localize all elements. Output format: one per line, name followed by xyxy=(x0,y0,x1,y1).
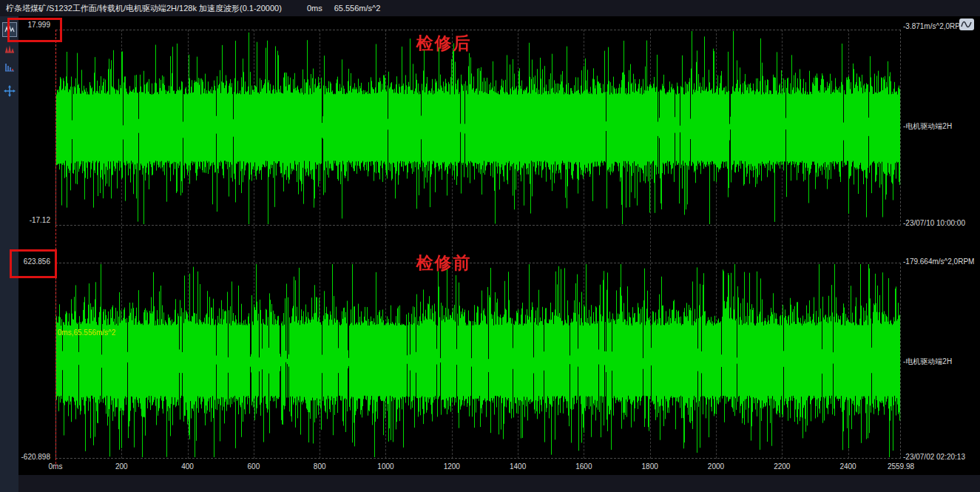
highlight-box-after-scale xyxy=(7,18,62,42)
waveform-canvas-after xyxy=(56,30,900,225)
spectrum-blue-icon xyxy=(4,61,15,72)
spectrum-blue-button[interactable] xyxy=(2,59,17,74)
x-axis-tick-label: 400 xyxy=(181,462,194,471)
waveform-canvas-before xyxy=(56,263,900,458)
page-title: 柠条塔煤矿/S1232工作面/转载机/电机驱动端2H/128k 加速度波形(0.… xyxy=(6,3,282,14)
x-axis-tick-label: 2400 xyxy=(839,462,856,471)
right-value-after: -3.871m/s^2,0RPM xyxy=(903,22,966,30)
title-bar: 柠条塔煤矿/S1232工作面/转载机/电机驱动端2H/128k 加速度波形(0.… xyxy=(0,0,980,16)
x-axis-tick-label: 2559.98 xyxy=(888,462,914,471)
sine-wave-icon xyxy=(961,20,973,29)
right-channel-before: -电机驱动端2H xyxy=(903,357,952,367)
chart-area: 17.999 -17.12 623.856 -620.898 -3.871m/s… xyxy=(18,16,980,492)
x-axis-tick-label: 1200 xyxy=(444,462,460,471)
move-cross-icon xyxy=(4,85,16,97)
right-time-after: -23/07/10 10:00:00 xyxy=(903,219,965,227)
cursor-time-readout: 0ms xyxy=(307,4,322,13)
right-time-before: -23/07/02 02:20:13 xyxy=(903,453,965,461)
cursor-value-readout: 65.556m/s^2 xyxy=(334,4,381,13)
x-axis-tick-label: 2200 xyxy=(774,462,790,471)
annotation-before-overhaul: 检修前 xyxy=(416,252,472,274)
highlight-box-before-scale xyxy=(10,249,57,278)
cursor-annotation: 0ms,65.556m/s^2 xyxy=(58,328,116,337)
bottom-strip xyxy=(18,475,980,492)
x-axis-tick-label: 1400 xyxy=(510,462,526,471)
x-axis-tick-label: 1800 xyxy=(642,462,658,471)
spectrum-red-button[interactable] xyxy=(2,41,17,55)
x-axis-tick-label: 600 xyxy=(248,462,260,471)
time-cursor-line[interactable] xyxy=(55,30,56,468)
right-channel-after: -电机驱动端2H xyxy=(903,121,952,132)
x-axis-tick-label: 800 xyxy=(314,462,326,471)
mini-chart-icon-button[interactable] xyxy=(959,18,974,30)
x-axis-tick-label: 1600 xyxy=(575,462,592,471)
x-axis-tick-label: 2000 xyxy=(708,462,724,471)
spectrum-red-icon xyxy=(4,43,15,53)
annotation-after-overhaul: 检修后 xyxy=(416,32,472,55)
x-axis-tick-label: 1000 xyxy=(377,462,393,471)
waveform-plot-before[interactable] xyxy=(55,263,901,459)
right-value-before: -179.664m/s^2,0RPM xyxy=(903,257,974,266)
y-min-label-before: -620.898 xyxy=(18,453,53,461)
pan-move-button[interactable] xyxy=(2,84,17,98)
x-axis-tick-label: 200 xyxy=(115,462,128,471)
waveform-plot-after[interactable] xyxy=(55,30,901,226)
y-min-label-after: -17.12 xyxy=(18,216,53,224)
